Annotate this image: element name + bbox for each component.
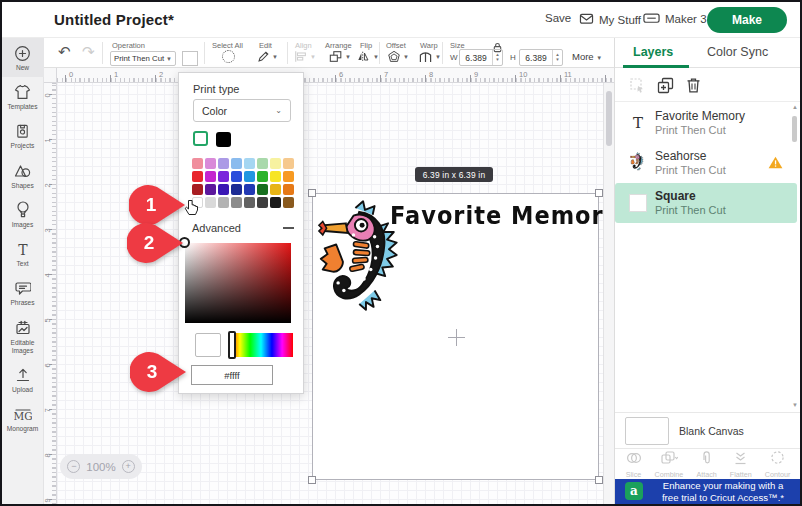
flip-button[interactable]: ▼ — [357, 50, 379, 63]
sidebar-item-templates[interactable]: Templates — [2, 77, 44, 116]
tool-slice[interactable]: Slice — [626, 451, 642, 479]
color-swatch[interactable] — [244, 158, 255, 169]
color-swatch[interactable] — [283, 171, 294, 182]
tab-color-sync[interactable]: Color Sync — [707, 45, 768, 59]
trash-icon[interactable] — [686, 77, 701, 98]
tool-contour[interactable]: Contour — [765, 450, 791, 479]
align-button[interactable]: ▼ — [294, 50, 316, 63]
sidebar-item-shapes[interactable]: Shapes — [2, 156, 44, 195]
make-button[interactable]: Make — [707, 7, 787, 33]
base-swatch-black[interactable] — [216, 132, 231, 147]
sidebar-item-phrases[interactable]: Phrases — [2, 273, 44, 312]
arrange-button[interactable]: ▼ — [329, 50, 351, 63]
blank-canvas-row[interactable]: Blank Canvas — [615, 412, 801, 448]
color-swatch[interactable] — [231, 184, 242, 195]
color-swatch[interactable] — [231, 171, 242, 182]
color-swatch[interactable] — [231, 197, 242, 208]
print-type-select[interactable]: Color⌄ — [193, 99, 291, 122]
edit-button[interactable]: ▼ — [256, 50, 278, 64]
select-tool-icon[interactable] — [629, 77, 645, 97]
sidebar-item-projects[interactable]: Projects — [2, 116, 44, 155]
divider — [442, 42, 443, 64]
more-button[interactable]: More ▼ — [572, 51, 602, 62]
tool-flatten[interactable]: Flatten — [730, 451, 752, 479]
tool-attach[interactable]: Attach — [696, 450, 716, 479]
save-button[interactable]: Save — [545, 12, 571, 24]
canvas-scrollbar[interactable] — [603, 83, 614, 504]
color-swatch[interactable] — [192, 184, 203, 195]
color-swatch[interactable] — [218, 197, 229, 208]
color-swatch[interactable] — [218, 171, 229, 182]
duplicate-icon[interactable] — [657, 77, 674, 98]
sidebar-item-editable-images[interactable]: Editable Images — [2, 313, 44, 360]
canvas-area[interactable]: 01234567891011 0123456789 Favorite Memor… — [44, 68, 614, 504]
color-swatch[interactable] — [244, 171, 255, 182]
selection-handle-sw[interactable] — [308, 476, 316, 484]
height-stepper[interactable]: ▲▼ — [552, 50, 562, 65]
hue-slider[interactable] — [229, 333, 293, 357]
divider — [204, 42, 205, 64]
color-swatch[interactable] — [283, 197, 294, 208]
undo-button[interactable]: ↶ — [58, 43, 71, 61]
zoom-in-button[interactable]: + — [122, 460, 135, 473]
machine-select[interactable]: Maker 3 — [643, 12, 707, 26]
color-swatch[interactable] — [244, 184, 255, 195]
color-swatch[interactable] — [218, 184, 229, 195]
color-swatch[interactable] — [257, 171, 268, 182]
color-swatch[interactable] — [257, 158, 268, 169]
color-swatch[interactable] — [231, 158, 242, 169]
color-swatch[interactable] — [192, 171, 203, 182]
color-swatch[interactable] — [257, 184, 268, 195]
collapse-advanced-button[interactable] — [283, 227, 294, 229]
hue-slider-handle[interactable] — [228, 331, 236, 359]
operation-color-swatch[interactable] — [182, 51, 198, 66]
color-swatch[interactable] — [218, 158, 229, 169]
selection-handle-ne[interactable] — [595, 189, 603, 197]
artboard-text[interactable]: Favorite Memory — [390, 201, 614, 229]
warning-icon[interactable] — [768, 155, 783, 173]
operation-dropdown[interactable]: Print Then Cut▼ — [110, 51, 176, 66]
artboard-square[interactable]: Favorite Memory — [312, 193, 599, 480]
tab-layers[interactable]: Layers — [633, 45, 673, 59]
my-stuff-button[interactable]: My Stuff — [579, 12, 641, 27]
panel-scrollbar[interactable]: ▲ ▼ — [792, 106, 798, 406]
color-swatch[interactable] — [283, 184, 294, 195]
saturation-gradient[interactable] — [185, 243, 291, 323]
color-swatch[interactable] — [205, 158, 216, 169]
select-all-button[interactable] — [222, 50, 235, 63]
access-banner[interactable]: a Enhance your making with a free trial … — [615, 479, 801, 504]
redo-button[interactable]: ↷ — [82, 43, 95, 61]
color-swatch[interactable] — [257, 197, 268, 208]
layer-row-square[interactable]: Square Print Then Cut — [615, 183, 797, 223]
layer-row-seahorse[interactable]: Seahorse Print Then Cut — [615, 143, 797, 183]
selection-handle-se[interactable] — [595, 476, 603, 484]
width-input[interactable]: 6.389 ▲▼ — [459, 49, 503, 66]
sidebar-item-upload[interactable]: Upload — [2, 360, 44, 399]
sidebar-item-new[interactable]: New — [2, 38, 44, 77]
sidebar-item-images[interactable]: Images — [2, 195, 44, 234]
warp-button[interactable]: ▼ — [418, 50, 441, 63]
layer-row-favorite-memory[interactable]: T Favorite Memory Print Then Cut — [615, 103, 797, 143]
sidebar-item-monogram[interactable]: MG Monogram — [2, 399, 44, 438]
color-swatch[interactable] — [205, 171, 216, 182]
color-swatch[interactable] — [283, 158, 294, 169]
selection-handle-nw[interactable] — [308, 189, 316, 197]
color-swatch[interactable] — [244, 197, 255, 208]
color-swatch[interactable] — [270, 171, 281, 182]
width-stepper[interactable]: ▲▼ — [492, 50, 502, 65]
sidebar-item-label: Templates — [7, 103, 37, 111]
base-swatch-white[interactable] — [193, 131, 208, 146]
tool-combine[interactable]: Combine — [655, 451, 684, 479]
sidebar-item-text[interactable]: T Text — [2, 234, 44, 273]
height-input[interactable]: 6.389 ▲▼ — [519, 49, 563, 66]
color-swatch[interactable] — [270, 197, 281, 208]
color-swatch[interactable] — [270, 158, 281, 169]
offset-button[interactable]: ▼ — [387, 50, 409, 64]
color-swatch[interactable] — [205, 184, 216, 195]
seahorse-image[interactable] — [317, 198, 413, 318]
color-swatch[interactable] — [192, 158, 203, 169]
color-swatch[interactable] — [270, 184, 281, 195]
color-swatch[interactable] — [205, 197, 216, 208]
zoom-out-button[interactable]: − — [67, 460, 80, 473]
hex-color-input[interactable] — [191, 365, 273, 385]
